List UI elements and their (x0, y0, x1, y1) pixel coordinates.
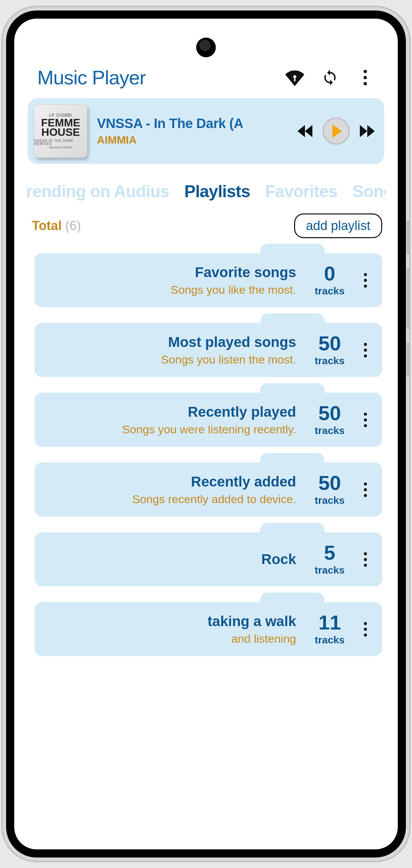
side-button (407, 268, 410, 329)
play-button[interactable] (323, 118, 350, 145)
total-word: Total (32, 219, 62, 233)
dots-vertical-icon (364, 413, 367, 427)
playlist-title: Favorite songs (45, 264, 296, 281)
playlist-info: Recently added Songs recently added to d… (45, 474, 304, 506)
playlist-title: taking a walk (45, 613, 296, 629)
playlist-count: 50 tracks (304, 403, 355, 436)
dots-vertical-icon (364, 622, 367, 637)
album-art-text: VNSSA IN THE DARK REMIXES (34, 139, 87, 145)
playlist-title: Recently played (45, 404, 296, 420)
playlist-count-number: 5 (304, 543, 355, 563)
playlist-count-number: 50 (304, 473, 355, 493)
playlist-count: 50 tracks (304, 473, 355, 506)
playlist-title: Most played songs (45, 334, 296, 350)
playlist-menu-button[interactable] (355, 273, 375, 288)
playlist-count-label: tracks (304, 564, 355, 576)
album-art: LP GIOBBI FEMME HOUSE VNSSA IN THE DARK … (34, 104, 87, 158)
album-art-text: discovery 23m23 (49, 146, 72, 149)
album-art-text: HOUSE (41, 127, 80, 137)
playlist-count-label: tracks (304, 634, 355, 646)
playlist-count-number: 50 (304, 403, 355, 423)
playlist-row[interactable]: Favorite songs Songs you like the most. … (35, 253, 382, 307)
svg-point-0 (293, 75, 296, 78)
playlist-row[interactable]: Recently added Songs recently added to d… (35, 462, 382, 517)
row-tab-decoration (260, 383, 325, 404)
now-playing-artist: AIMMIA (97, 134, 243, 146)
playback-controls (297, 118, 375, 145)
dots-vertical-icon (364, 343, 367, 357)
playlist-count: 5 tracks (304, 543, 355, 576)
side-button (407, 221, 410, 254)
row-tab-decoration (260, 593, 325, 613)
playlist-row[interactable]: Most played songs Songs you listen the m… (35, 323, 382, 377)
row-tab-decoration (260, 244, 325, 264)
playlist-list: Favorite songs Songs you like the most. … (26, 253, 386, 656)
playlist-count: 0 tracks (304, 264, 355, 297)
playlist-menu-button[interactable] (355, 413, 375, 427)
playlist-subtitle: Songs you like the most. (45, 283, 296, 296)
app-title: Music Player (37, 66, 146, 89)
playlist-card: Recently played Songs you were listening… (35, 393, 382, 447)
overflow-menu-icon[interactable] (356, 68, 375, 87)
camera-notch (196, 38, 216, 57)
add-playlist-button[interactable]: add playlist (294, 213, 382, 238)
total-label: Total (6) (32, 219, 81, 233)
tab-songs[interactable]: Songs (352, 182, 386, 201)
playlist-subtitle: and listening (45, 632, 296, 645)
now-playing-info: VNSSA - In The Dark (AIMMIA AIMMIA (97, 116, 243, 146)
playlist-menu-button[interactable] (355, 622, 375, 637)
playlist-info: Most played songs Songs you listen the m… (45, 334, 304, 366)
playlist-menu-button[interactable] (355, 482, 375, 497)
playlist-row[interactable]: Recently played Songs you were listening… (35, 393, 382, 447)
playlist-subtitle: Songs you listen the most. (45, 353, 296, 366)
playlist-count-number: 0 (304, 264, 355, 284)
next-button[interactable] (360, 125, 375, 137)
playlist-card: Favorite songs Songs you like the most. … (35, 253, 382, 307)
playlist-info: taking a walk and listening (45, 613, 304, 645)
app-header: Music Player (26, 66, 386, 98)
playlist-title: Recently added (45, 474, 296, 490)
playlist-menu-button[interactable] (355, 343, 375, 357)
playlist-count-label: tracks (304, 495, 355, 506)
playlist-count-label: tracks (304, 425, 355, 436)
playlist-count-number: 11 (304, 613, 355, 633)
header-actions (285, 68, 375, 87)
playlist-count: 50 tracks (304, 333, 355, 367)
total-count: (6) (65, 219, 81, 233)
tab-favorites[interactable]: Favorites (265, 182, 337, 201)
playlist-card: Rock 5 tracks (35, 532, 382, 586)
playlist-count: 11 tracks (304, 613, 355, 646)
summary-row: Total (6) add playlist (26, 213, 386, 238)
tab-trending[interactable]: Trending on Audius (26, 182, 169, 201)
playlist-count-number: 50 (304, 333, 355, 354)
dots-vertical-icon (364, 273, 367, 288)
row-tab-decoration (260, 453, 325, 473)
playlist-title: Rock (45, 551, 296, 567)
playlist-count-label: tracks (304, 355, 355, 367)
screen: Music Player LP GIOBBI FEM (14, 19, 398, 849)
playlist-card: Most played songs Songs you listen the m… (35, 323, 382, 377)
previous-button[interactable] (297, 125, 312, 137)
sync-icon[interactable] (321, 68, 339, 87)
play-icon (332, 124, 342, 138)
dots-vertical-icon (364, 482, 367, 497)
row-tab-decoration (260, 313, 325, 334)
device-frame: Music Player LP GIOBBI FEM (6, 11, 406, 857)
playlist-subtitle: Songs recently added to device. (45, 493, 296, 506)
playlist-row[interactable]: taking a walk and listening 11 tracks (35, 602, 382, 656)
playlist-count-label: tracks (304, 285, 355, 297)
playlist-info: Favorite songs Songs you like the most. (45, 264, 304, 296)
tab-playlists[interactable]: Playlists (184, 182, 250, 201)
now-playing-bar[interactable]: LP GIOBBI FEMME HOUSE VNSSA IN THE DARK … (28, 98, 384, 164)
row-tab-decoration (260, 523, 325, 543)
playlist-info: Recently played Songs you were listening… (45, 404, 304, 436)
playlist-card: taking a walk and listening 11 tracks (35, 602, 382, 656)
wifi-icon[interactable] (285, 68, 304, 87)
playlist-row[interactable]: Rock 5 tracks (35, 532, 382, 586)
tab-bar: Trending on Audius Playlists Favorites S… (26, 182, 386, 201)
playlist-menu-button[interactable] (355, 552, 375, 567)
playlist-subtitle: Songs you were listening recently. (45, 423, 296, 436)
playlist-card: Recently added Songs recently added to d… (35, 462, 382, 517)
side-button (407, 343, 410, 376)
svg-rect-1 (294, 78, 295, 81)
